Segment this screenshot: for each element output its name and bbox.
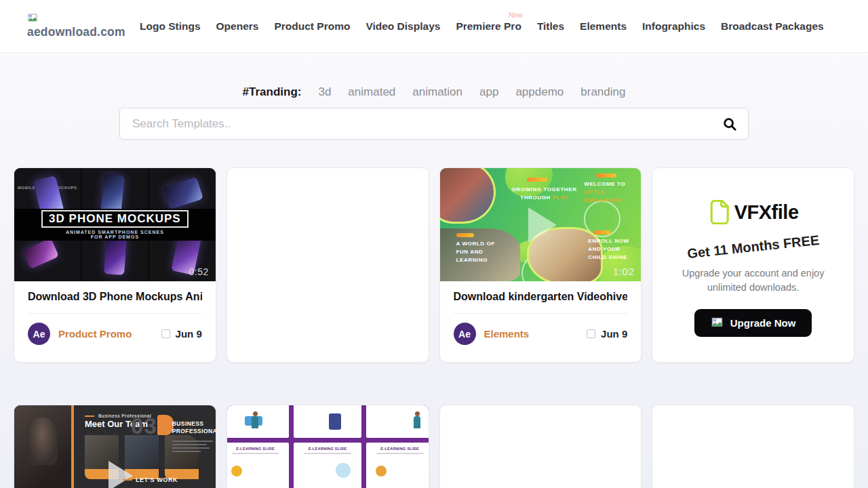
text-line bbox=[172, 444, 208, 445]
author-avatar[interactable]: Ae bbox=[28, 323, 50, 345]
nav-logo-stings[interactable]: Logo Stings bbox=[140, 20, 201, 33]
person-illustration bbox=[414, 416, 420, 428]
thumb-subtitle-1: ANIMATED SMARTPHONE SCENES bbox=[66, 230, 164, 235]
caption-text: THROUGH bbox=[520, 195, 552, 201]
illustration-blob bbox=[336, 463, 351, 478]
vfxfile-brand-text: VFXfile bbox=[734, 201, 799, 224]
divider bbox=[454, 313, 628, 314]
thumb-footer-row: LET'S WORK bbox=[123, 476, 178, 483]
empty-card bbox=[226, 167, 429, 363]
card-body: Download kindergarten Videohive Ae Eleme… bbox=[440, 281, 642, 345]
vfxfile-brand: VFXfile bbox=[708, 200, 799, 224]
nav-broadcast-packages[interactable]: Broadcast Packages bbox=[721, 20, 824, 33]
main-nav: Logo Stings Openers Product Promo Video … bbox=[140, 20, 824, 33]
orange-dash bbox=[123, 479, 132, 481]
promo-headline: Get 11 Months FREE bbox=[686, 232, 820, 262]
text-line bbox=[172, 441, 213, 442]
search-input[interactable] bbox=[119, 108, 749, 140]
author-avatar[interactable]: Ae bbox=[454, 323, 476, 345]
tag-animation[interactable]: animation bbox=[412, 85, 462, 99]
tag-3d[interactable]: 3d bbox=[318, 85, 331, 99]
vfxfile-promo-card: VFXfile Get 11 Months FREE Upgrade your … bbox=[652, 167, 854, 363]
footer-right: Jun 9 bbox=[161, 328, 202, 340]
kids-photo bbox=[440, 168, 496, 224]
tag-branding[interactable]: branding bbox=[580, 85, 625, 99]
empty-card bbox=[652, 405, 854, 488]
phone-shape bbox=[163, 177, 203, 209]
broken-image-icon bbox=[27, 13, 38, 24]
template-card-elearning: E-LEARNING SLIDE E-LEARNING SLIDE E-LEAR… bbox=[226, 405, 429, 488]
category-link[interactable]: Elements bbox=[484, 328, 530, 340]
nav-premiere-pro[interactable]: Premiere ProNew bbox=[456, 20, 521, 33]
tag-animated[interactable]: animated bbox=[348, 85, 395, 99]
empty-card bbox=[439, 405, 642, 488]
card-title[interactable]: Download kindergarten Videohive bbox=[454, 291, 628, 303]
post-date: Jun 9 bbox=[176, 328, 202, 340]
card-title[interactable]: Download 3D Phone Mockups Ani... bbox=[28, 291, 202, 303]
card-footer: Ae Product Promo Jun 9 bbox=[28, 323, 202, 345]
slide-tile bbox=[227, 405, 290, 438]
trending-row: #Tranding: 3d animated animation app app… bbox=[0, 85, 868, 99]
kindergarten-thumbnail[interactable]: GROWING TOGETHERTHROUGH PLAY WELCOME TOL… bbox=[440, 168, 642, 281]
nav-premiere-pro-label: Premiere Pro bbox=[456, 20, 521, 32]
footer-left: Ae Product Promo bbox=[28, 323, 132, 345]
slide-tile: E-LEARNING SLIDE bbox=[227, 443, 290, 488]
nav-titles[interactable]: Titles bbox=[537, 20, 564, 33]
slide-subtitle-line bbox=[376, 453, 424, 454]
slide-tile: E-LEARNING SLIDE bbox=[366, 443, 429, 488]
orange-dash bbox=[85, 415, 94, 417]
slide-title: E-LEARNING SLIDE bbox=[294, 447, 361, 451]
slide-subtitle-line bbox=[232, 453, 279, 454]
play-icon[interactable] bbox=[108, 461, 133, 488]
nav-openers[interactable]: Openers bbox=[216, 20, 259, 33]
play-icon[interactable] bbox=[528, 207, 557, 243]
slide-title: E-LEARNING SLIDE bbox=[366, 447, 429, 451]
calendar-icon bbox=[161, 329, 170, 338]
tag-app[interactable]: app bbox=[479, 85, 498, 99]
footer-right: Jun 9 bbox=[587, 328, 627, 340]
site-logo[interactable]: aedownload.com bbox=[27, 13, 134, 39]
caption-text: WELCOME TO bbox=[584, 181, 625, 187]
orange-pill bbox=[593, 230, 611, 235]
slide-subtitle-line bbox=[304, 453, 351, 454]
thumb-caption-1: GROWING TOGETHERTHROUGH PLAY bbox=[511, 186, 578, 202]
tag-appdemo[interactable]: appdemo bbox=[515, 85, 564, 99]
nav-product-promo[interactable]: Product Promo bbox=[274, 20, 350, 33]
promo-body-line1: Upgrade your account and enjoy bbox=[682, 268, 825, 279]
promo-body: Upgrade your account and enjoy unlimited… bbox=[682, 266, 825, 295]
nav-video-displays[interactable]: Video Displays bbox=[366, 20, 440, 33]
slide-tile bbox=[366, 405, 429, 438]
search-button[interactable] bbox=[720, 115, 739, 134]
header: aedownload.com Logo Stings Openers Produ… bbox=[0, 0, 868, 53]
thumb-caption-2: WELCOME TOLITTLE EXPLORERS bbox=[584, 180, 637, 205]
footer-left: Ae Elements bbox=[454, 323, 530, 345]
promo-body-line2: unlimited downloads. bbox=[707, 282, 799, 293]
divider bbox=[28, 313, 202, 314]
slides-grid: E-LEARNING SLIDE E-LEARNING SLIDE E-LEAR… bbox=[227, 405, 429, 488]
new-badge: New bbox=[509, 12, 523, 19]
business-thumbnail[interactable]: Business Professional Meet Our Team 03 B… bbox=[14, 405, 216, 488]
logo-text: aedownload.com bbox=[27, 25, 125, 39]
video-duration: 0:52 bbox=[189, 266, 209, 277]
category-link[interactable]: Product Promo bbox=[58, 328, 132, 340]
thumb-footer-text: LET'S WORK bbox=[136, 476, 178, 483]
template-card-business: Business Professional Meet Our Team 03 B… bbox=[14, 405, 216, 488]
search-bar bbox=[119, 108, 749, 140]
upgrade-now-button[interactable]: Upgrade Now bbox=[694, 309, 812, 337]
upgrade-now-label: Upgrade Now bbox=[730, 317, 796, 329]
page: aedownload.com Logo Stings Openers Produ… bbox=[0, 0, 868, 488]
phone-mockups-thumbnail[interactable]: MOBILEMOCKUPS 3D PHONE MOCKUPS ANIMATED … bbox=[14, 168, 216, 281]
orange-pill bbox=[596, 174, 616, 178]
caption-text: GROWING TOGETHER bbox=[511, 186, 576, 192]
template-grid: MOBILEMOCKUPS 3D PHONE MOCKUPS ANIMATED … bbox=[14, 167, 854, 488]
nav-infographics[interactable]: Infographics bbox=[642, 20, 705, 33]
slide-tile: E-LEARNING SLIDE bbox=[294, 443, 361, 488]
broken-image-icon bbox=[711, 317, 724, 329]
orange-pill bbox=[527, 178, 547, 182]
elearning-thumbnail[interactable]: E-LEARNING SLIDE E-LEARNING SLIDE E-LEAR… bbox=[227, 405, 429, 488]
post-date: Jun 9 bbox=[601, 328, 627, 340]
nav-elements[interactable]: Elements bbox=[580, 20, 627, 33]
person-illustration bbox=[252, 416, 258, 428]
thumb-tag-left: MOBILE bbox=[18, 186, 35, 190]
illustration-blob bbox=[329, 413, 341, 430]
